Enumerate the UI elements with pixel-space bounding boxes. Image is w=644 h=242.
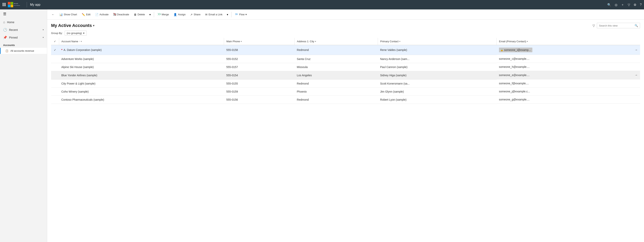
view-filter-icon[interactable]: ▽: [592, 24, 595, 28]
row-checkbox[interactable]: [51, 96, 59, 104]
app-name: My app: [30, 3, 607, 6]
row-account-name: Alpine Ski House (sample): [59, 63, 224, 71]
more-button-2[interactable]: ▾: [225, 12, 230, 17]
svg-text:Power Platform: Power Platform: [14, 5, 20, 6]
col-filter-icon[interactable]: ▾: [81, 40, 82, 42]
accounts-table-container: ✓ Account Name ↑ ▾ Main Phone ▾: [47, 38, 644, 242]
sidebar-item-all-accounts[interactable]: 📋 All accounts revenue: [0, 48, 47, 54]
row-primary-contact: Rene Valdes (sample): [378, 45, 496, 55]
email-text: someone_g@example....: [499, 98, 530, 101]
row-main-phone: 555-0159: [224, 88, 294, 96]
activate-icon: 📄: [95, 13, 98, 16]
col-main-phone[interactable]: Main Phone ▾: [224, 38, 294, 45]
col-filter-icon[interactable]: ▾: [527, 40, 528, 42]
more-button-1[interactable]: ▾: [148, 12, 152, 17]
row-checkbox[interactable]: [51, 63, 59, 71]
col-checkbox[interactable]: ✓: [51, 38, 59, 45]
email-text: someone_f@example....: [499, 82, 529, 85]
col-email[interactable]: Email (Primary Contact) ▾: [496, 38, 640, 45]
deactivate-button[interactable]: Deactivate: [112, 12, 131, 17]
sidebar-item-home[interactable]: ⌂ Home: [0, 18, 47, 26]
table-row[interactable]: ✓* A. Datum Corporation (sample)555-0158…: [51, 45, 640, 55]
hamburger-menu[interactable]: ☰: [0, 10, 47, 18]
top-nav-actions: 🔍 ◎ ＋ ▽ ⚙ ?: [607, 3, 642, 7]
svg-rect-0: [2, 3, 3, 4]
settings-icon[interactable]: ⚙: [634, 3, 636, 7]
show-chart-button[interactable]: 📊 Show Chart: [58, 12, 79, 17]
help-icon[interactable]: ?: [640, 3, 642, 6]
view-title-chevron-icon: ▾: [93, 24, 94, 27]
row-city: Missoula: [294, 63, 378, 71]
email-text: someone_j@example.c...: [499, 90, 530, 93]
flow-button[interactable]: Flow ▾: [233, 12, 249, 17]
svg-rect-12: [10, 5, 13, 7]
row-checkbox[interactable]: ✓: [51, 45, 59, 55]
row-city: Redmond: [294, 45, 378, 55]
row-main-phone: 555-0154: [224, 71, 294, 80]
col-filter-icon[interactable]: ▾: [241, 40, 242, 42]
view-title[interactable]: My Active Accounts ▾: [51, 23, 94, 28]
col-filter-icon[interactable]: ▾: [399, 40, 400, 42]
email-text: someone_e@example....: [499, 74, 530, 77]
row-navigate-arrow-icon[interactable]: →: [634, 48, 638, 52]
table-row[interactable]: Contoso Pharmaceuticals (sample)555-0156…: [51, 96, 640, 104]
table-row[interactable]: Alpine Ski House (sample)555-0157Missoul…: [51, 63, 640, 71]
email-text: someone_c@example....: [499, 57, 530, 60]
row-city: Redmond: [294, 80, 378, 88]
search-input[interactable]: [599, 24, 634, 27]
col-address-city[interactable]: Address 1: City ▾: [294, 38, 378, 45]
table-row[interactable]: Blue Yonder Airlines (sample)555-0154Los…: [51, 71, 640, 80]
view-header-right: ▽ 🔍: [592, 23, 640, 28]
row-main-phone: 555-0158: [224, 45, 294, 55]
row-email: someone_c@example....: [496, 55, 640, 63]
table-row[interactable]: Coho Winery (sample)555-0159PhoenixJim G…: [51, 88, 640, 96]
flow-chevron-icon: ▾: [246, 13, 247, 16]
search-icon[interactable]: 🔍: [607, 3, 611, 7]
row-account-name: Contoso Pharmaceuticals (sample): [59, 96, 224, 104]
row-city: Redmond: [294, 96, 378, 104]
flow-icon: [235, 13, 238, 16]
add-icon[interactable]: ＋: [621, 3, 624, 7]
chart-icon: 📊: [59, 13, 63, 16]
row-main-phone: 555-0155: [224, 80, 294, 88]
row-checkbox[interactable]: [51, 55, 59, 63]
table-row[interactable]: Adventure Works (sample)555-0152Santa Cr…: [51, 55, 640, 63]
delete-button[interactable]: 🗑 Delete: [132, 12, 147, 17]
main-layout: ☰ ⌂ Home 🕐 Recent ▾ 📌 Pinned ▾ Accounts …: [0, 10, 644, 242]
svg-rect-8: [5, 5, 6, 6]
col-filter-icon[interactable]: ▾: [315, 40, 316, 42]
row-city: Santa Cruz: [294, 55, 378, 63]
edit-button[interactable]: ✏️ Edit: [80, 12, 92, 17]
sidebar-item-recent[interactable]: 🕐 Recent ▾: [0, 26, 47, 34]
share-button[interactable]: ↗ Share: [188, 12, 202, 17]
col-primary-contact[interactable]: Primary Contact ▾: [378, 38, 496, 45]
merge-button[interactable]: Merge: [156, 12, 171, 17]
row-main-phone: 555-0157: [224, 63, 294, 71]
activate-button[interactable]: 📄 Activate: [93, 12, 110, 17]
row-checkbox[interactable]: [51, 88, 59, 96]
email-link-button[interactable]: ✉ Email a Link: [203, 12, 224, 17]
search-submit-icon[interactable]: 🔍: [634, 24, 638, 27]
edit-icon: ✏️: [82, 13, 85, 16]
delete-icon: 🗑: [134, 13, 136, 16]
row-navigate-arrow-icon[interactable]: →: [634, 73, 638, 77]
merge-icon: [158, 13, 161, 16]
sidebar-item-pinned[interactable]: 📌 Pinned ▾: [0, 34, 47, 41]
grid-icon[interactable]: [2, 3, 6, 7]
row-email: someone_j@example.c...: [496, 88, 640, 96]
col-account-name[interactable]: Account Name ↑ ▾: [59, 38, 224, 45]
target-icon[interactable]: ◎: [615, 3, 618, 7]
table-row[interactable]: City Power & Light (sample)555-0155Redmo…: [51, 80, 640, 88]
sidebar: ☰ ⌂ Home 🕐 Recent ▾ 📌 Pinned ▾ Accounts …: [0, 10, 47, 242]
row-checkbox[interactable]: [51, 71, 59, 80]
row-primary-contact: Jim Glynn (sample): [378, 88, 496, 96]
group-by-select[interactable]: (no grouping) ▾: [65, 31, 87, 36]
row-checkbox[interactable]: [51, 80, 59, 88]
row-email: someone_e@example....→: [496, 71, 640, 80]
group-by-label: Group By:: [51, 32, 63, 34]
assign-button[interactable]: 👤 Assign: [172, 12, 188, 17]
filter-icon-top[interactable]: ▽: [628, 3, 630, 7]
svg-line-17: [114, 13, 116, 15]
top-navigation: Microsoft Power Platform My app 🔍 ◎ ＋ ▽ …: [0, 0, 644, 10]
back-button[interactable]: ←: [50, 12, 56, 18]
